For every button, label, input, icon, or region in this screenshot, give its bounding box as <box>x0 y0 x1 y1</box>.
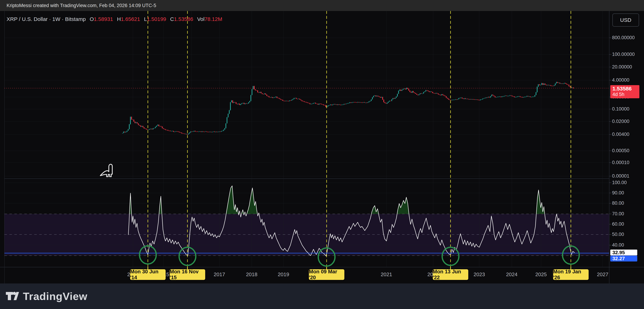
rsi-axis-label: 80.00 <box>612 200 624 206</box>
axis-tick <box>609 67 611 67</box>
dino-doodle-icon[interactable] <box>100 164 114 180</box>
year-label-2024: 2024 <box>501 272 522 278</box>
rsi-overbought-fill <box>247 188 258 214</box>
year-label-2017: 2017 <box>209 272 230 278</box>
axis-tick <box>609 183 611 183</box>
price-axis-label: 4.00000 <box>612 77 630 83</box>
price-axis-label: 800.00000 <box>612 35 635 40</box>
symbol-legend[interactable]: XRP / U.S. Dollar · 1W · Bitstamp O1.589… <box>6 15 226 23</box>
rsi-overbought-fill <box>536 190 545 214</box>
axis-tick <box>609 234 611 235</box>
current-price-badge: 1.53586 4d 5h <box>610 85 640 98</box>
price-axis-label: 0.00001 <box>612 173 630 179</box>
axis-tick <box>609 245 611 245</box>
axis-tick <box>609 80 611 80</box>
time-scale[interactable]: 2014201520162017201820192020202120222023… <box>4 267 609 284</box>
price-axis-label: 0.00400 <box>612 132 630 137</box>
rsi-axis-label: 60.00 <box>612 221 624 227</box>
symbol-title[interactable]: XRP / U.S. Dollar · 1W · Bitstamp <box>6 16 86 22</box>
rsi-axis-label: 90.00 <box>612 190 624 196</box>
ohlc-low: L1.50199 <box>144 16 166 22</box>
rsi-axis-label: 40.00 <box>612 242 624 248</box>
year-label-2019: 2019 <box>273 272 294 278</box>
axis-tick <box>609 162 611 163</box>
brand-bar: TradingView <box>0 284 644 309</box>
axis-tick <box>609 38 611 38</box>
year-label-2027: 2027 <box>592 272 609 278</box>
price-axis-label: 20.00000 <box>612 64 632 70</box>
axis-tick <box>609 134 611 135</box>
year-label-2025: 2025 <box>530 272 552 278</box>
ohlc-open: O1.58931 <box>90 16 113 22</box>
year-label-2021: 2021 <box>376 272 397 278</box>
year-label-2018: 2018 <box>241 272 262 278</box>
rsi-band <box>4 214 609 256</box>
axis-tick <box>609 109 611 109</box>
rsi-axis-label: 70.00 <box>612 211 624 217</box>
axis-tick <box>609 176 611 176</box>
attribution-text: KriptoMessi created with TradingView.com… <box>6 3 156 8</box>
rsi-axis-label: 50.00 <box>612 232 624 237</box>
ohlc-high: H1.65621 <box>117 16 140 22</box>
date-marker-label[interactable]: Mon 19 Jan '26 <box>553 269 588 280</box>
date-marker-label[interactable]: Mon 16 Nov '15 <box>170 269 205 280</box>
price-scale[interactable]: USD 1.53586 4d 5h 32.95 32.27 800.000001… <box>609 11 644 267</box>
axis-tick <box>609 224 611 224</box>
brand-name[interactable]: TradingView <box>23 290 87 303</box>
horizontal-line-badge: 32.27 <box>610 256 637 262</box>
currency-toggle-button[interactable]: USD <box>612 13 639 27</box>
axis-tick <box>609 203 611 203</box>
axis-tick <box>609 214 611 214</box>
chart-plot[interactable] <box>4 11 609 284</box>
ohlc-close: C1.53586 <box>170 16 193 22</box>
axis-tick <box>609 54 611 55</box>
volume-value: Vol78.12M <box>197 16 222 22</box>
axis-tick <box>609 151 611 151</box>
rsi-value-badge: 32.95 <box>610 250 637 256</box>
price-axis-label: 0.02000 <box>612 119 630 124</box>
price-axis-label: 0.00050 <box>612 148 630 153</box>
date-marker-label[interactable]: Mon 13 Jun '22 <box>433 269 468 280</box>
price-axis-label: 100.00000 <box>612 52 635 57</box>
tradingview-snapshot: KriptoMessi created with TradingView.com… <box>0 0 644 309</box>
price-axis-label: 0.00010 <box>612 160 630 165</box>
axis-tick <box>609 193 611 193</box>
candles <box>122 82 574 135</box>
axis-tick <box>609 121 611 122</box>
year-label-2023: 2023 <box>468 272 490 278</box>
date-marker-label[interactable]: Mon 09 Mar '20 <box>309 269 344 280</box>
bar-countdown: 4d 5h <box>612 91 640 97</box>
attribution-bar: KriptoMessi created with TradingView.com… <box>0 0 644 11</box>
date-marker-label[interactable]: Mon 30 Jun '14 <box>130 269 166 280</box>
rsi-axis-label: 100.00 <box>612 180 627 185</box>
tradingview-logo-icon[interactable] <box>6 290 19 303</box>
price-axis-label: 0.10000 <box>612 106 630 112</box>
